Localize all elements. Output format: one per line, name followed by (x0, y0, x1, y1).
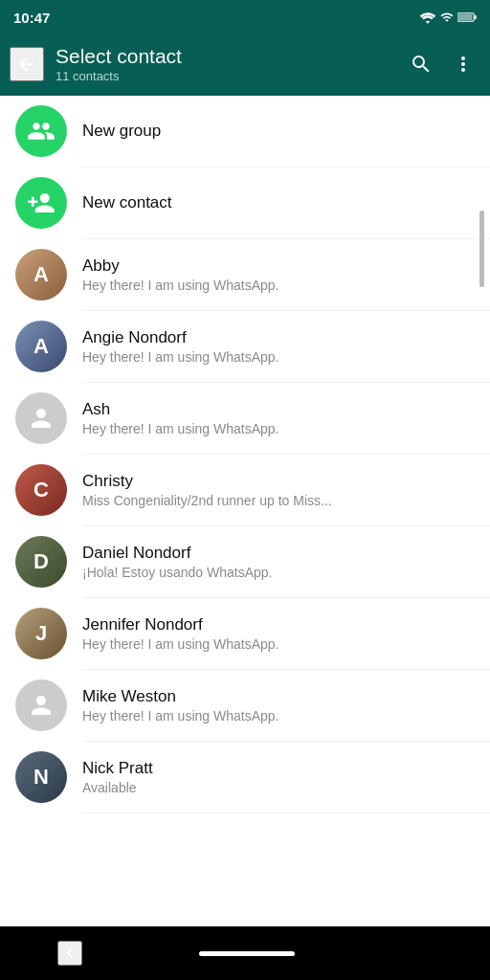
new-contact-name: New contact (82, 193, 475, 212)
new-group-avatar (15, 105, 67, 157)
contact-name-ash: Ash (82, 400, 475, 419)
contact-status-mike: Hey there! I am using WhatsApp. (82, 708, 475, 724)
contact-avatar-angie: A (15, 321, 67, 372)
contact-status-ash: Hey there! I am using WhatsApp. (82, 421, 475, 436)
status-bar: 10:47 (0, 0, 490, 34)
contact-item-mike[interactable]: Mike Weston Hey there! I am using WhatsA… (0, 670, 490, 741)
contact-avatar-abby: A (15, 249, 67, 301)
contact-item-nick[interactable]: N Nick Pratt Available (0, 742, 490, 813)
new-contact-text: New contact (82, 193, 475, 212)
contact-name-angie: Angie Nondorf (82, 328, 475, 347)
svg-rect-1 (475, 15, 477, 19)
back-button[interactable] (10, 47, 44, 81)
signal-icon (440, 11, 454, 24)
battery-icon (457, 11, 477, 24)
contact-avatar-christy: C (15, 464, 67, 516)
contact-avatar-daniel: D (15, 536, 67, 588)
wifi-icon (419, 11, 436, 24)
svg-rect-2 (458, 14, 472, 20)
contact-name-mike: Mike Weston (82, 687, 475, 706)
header-subtitle: 11 contacts (56, 69, 392, 83)
contact-status-christy: Miss Congeniality/2nd runner up to Miss.… (82, 493, 475, 508)
search-button[interactable] (404, 47, 438, 81)
contact-text-daniel: Daniel Nondorf ¡Hola! Estoy usando Whats… (82, 544, 475, 580)
contact-avatar-ash (15, 392, 67, 444)
contact-text-jennifer: Jennifer Nondorf Hey there! I am using W… (82, 615, 475, 652)
contact-status-angie: Hey there! I am using WhatsApp. (82, 349, 475, 365)
more-options-button[interactable] (446, 47, 480, 81)
contact-status-nick: Available (82, 780, 475, 795)
contact-text-ash: Ash Hey there! I am using WhatsApp. (82, 400, 475, 436)
new-group-text: New group (82, 122, 475, 141)
contact-avatar-jennifer: J (15, 608, 67, 659)
nav-back-button[interactable] (57, 941, 82, 966)
header-actions (404, 47, 480, 81)
contact-status-abby: Hey there! I am using WhatsApp. (82, 278, 475, 293)
contact-item-ash[interactable]: Ash Hey there! I am using WhatsApp. (0, 383, 490, 454)
contact-text-mike: Mike Weston Hey there! I am using WhatsA… (82, 687, 475, 724)
contact-name-daniel: Daniel Nondorf (82, 544, 475, 563)
nav-home-pill[interactable] (199, 951, 295, 956)
contact-text-angie: Angie Nondorf Hey there! I am using What… (82, 328, 475, 365)
new-contact-avatar (15, 177, 67, 229)
status-time: 10:47 (13, 10, 50, 26)
header-title-block: Select contact 11 contacts (56, 45, 392, 83)
contact-item-christy[interactable]: C Christy Miss Congeniality/2nd runner u… (0, 455, 490, 525)
contact-name-nick: Nick Pratt (82, 759, 475, 778)
divider-10 (82, 813, 490, 813)
contact-status-jennifer: Hey there! I am using WhatsApp. (82, 636, 475, 652)
contact-name-christy: Christy (82, 472, 475, 491)
contact-list: New group New contact A Abby Hey there! … (0, 96, 490, 926)
contact-item-jennifer[interactable]: J Jennifer Nondorf Hey there! I am using… (0, 598, 490, 669)
nav-bar (0, 926, 490, 980)
contact-item-abby[interactable]: A Abby Hey there! I am using WhatsApp. (0, 239, 490, 310)
contact-name-jennifer: Jennifer Nondorf (82, 615, 475, 635)
header-title: Select contact (56, 45, 392, 68)
contact-item-angie[interactable]: A Angie Nondorf Hey there! I am using Wh… (0, 311, 490, 382)
new-group-name: New group (82, 122, 475, 141)
contact-avatar-nick: N (15, 751, 67, 803)
new-contact-item[interactable]: New contact (0, 167, 490, 238)
contact-text-christy: Christy Miss Congeniality/2nd runner up … (82, 472, 475, 508)
contact-text-nick: Nick Pratt Available (82, 759, 475, 795)
contact-avatar-mike (15, 679, 67, 731)
contact-item-daniel[interactable]: D Daniel Nondorf ¡Hola! Estoy usando Wha… (0, 526, 490, 597)
app-header: Select contact 11 contacts (0, 34, 490, 96)
contact-name-abby: Abby (82, 256, 475, 276)
contact-status-daniel: ¡Hola! Estoy usando WhatsApp. (82, 565, 475, 580)
new-group-item[interactable]: New group (0, 96, 490, 167)
contact-text-abby: Abby Hey there! I am using WhatsApp. (82, 256, 475, 293)
status-icons (419, 11, 477, 24)
